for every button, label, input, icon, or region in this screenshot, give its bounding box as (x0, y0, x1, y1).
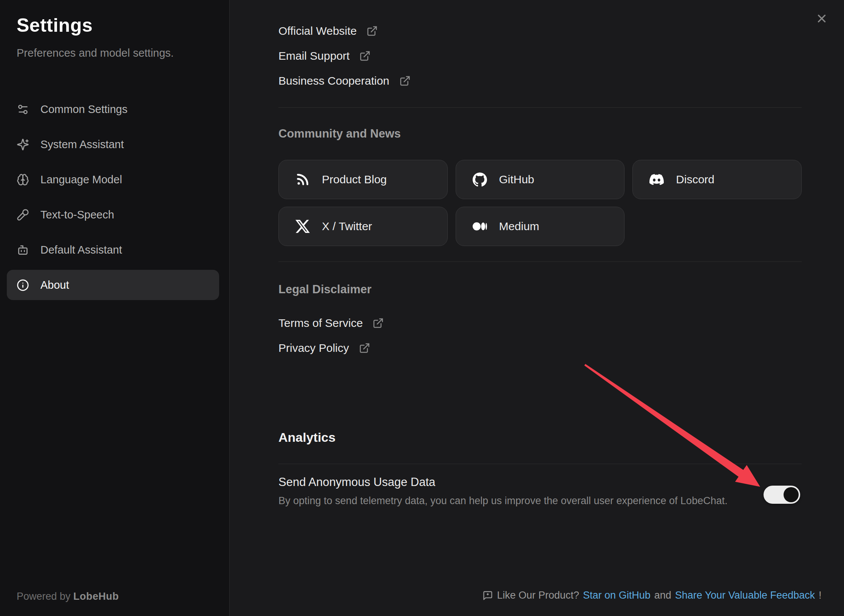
external-link-icon (399, 75, 411, 87)
powered-by-text: Powered by (17, 591, 71, 602)
link-label: Privacy Policy (278, 342, 349, 354)
github-icon (473, 172, 487, 187)
bot-icon (17, 244, 29, 256)
button-label: GitHub (499, 173, 534, 186)
sidebar-item-common-settings[interactable]: Common Settings (7, 94, 219, 124)
page-subtitle: Preferences and model settings. (17, 47, 174, 59)
footer-text: and (654, 590, 671, 601)
button-label: Medium (499, 220, 539, 233)
about-content: Contact Us Official Website Email Suppor… (278, 0, 802, 616)
sidebar-item-label: About (40, 279, 69, 291)
external-link-icon (366, 25, 378, 37)
rss-icon (295, 172, 310, 187)
product-blog-button[interactable]: Product Blog (278, 160, 448, 199)
button-label: Product Blog (322, 173, 387, 186)
button-label: Discord (676, 173, 714, 186)
sidebar-item-label: Default Assistant (40, 244, 122, 256)
email-support-link[interactable]: Email Support (278, 48, 371, 64)
about-panel: Contact Us Official Website Email Suppor… (230, 0, 844, 616)
sidebar-item-system-assistant[interactable]: System Assistant (7, 129, 219, 159)
privacy-policy-link[interactable]: Privacy Policy (278, 340, 370, 356)
section-divider (278, 464, 802, 464)
analytics-heading: Analytics (278, 430, 335, 445)
section-divider (278, 107, 802, 108)
community-buttons: Product Blog GitHub Discord X / Twitter … (278, 160, 802, 246)
send-usage-data-toggle[interactable] (764, 486, 800, 504)
footer-text: Like Our Product? (497, 590, 579, 601)
page-title: Settings (17, 14, 93, 36)
business-cooperation-link[interactable]: Business Cooperation (278, 73, 411, 89)
sidebar-item-label: System Assistant (40, 138, 124, 151)
external-link-icon (373, 317, 384, 329)
sidebar-item-about[interactable]: About (7, 270, 219, 300)
official-website-link[interactable]: Official Website (278, 23, 378, 39)
section-divider (278, 262, 802, 262)
medium-button[interactable]: Medium (456, 207, 625, 246)
feedback-footer: Like Our Product? Star on GitHub and Sha… (460, 590, 844, 601)
send-usage-data-label: Send Anonymous Usage Data (278, 475, 435, 489)
close-button[interactable] (814, 11, 830, 26)
sparkles-icon (17, 138, 29, 151)
external-link-icon (359, 342, 370, 354)
sidebar-item-language-model[interactable]: Language Model (7, 164, 219, 195)
share-feedback-link[interactable]: Share Your Valuable Feedback (675, 590, 815, 601)
brain-icon (17, 173, 29, 186)
settings-sidebar: Settings Preferences and model settings.… (0, 0, 230, 616)
button-label: X / Twitter (322, 220, 372, 233)
powered-by: Powered by LobeHub (17, 591, 119, 602)
sidebar-item-label: Common Settings (40, 103, 128, 116)
close-icon (815, 12, 828, 25)
info-icon (17, 279, 29, 291)
star-on-github-link[interactable]: Star on GitHub (583, 590, 651, 601)
sliders-icon (17, 103, 29, 116)
lobehub-logo[interactable]: LobeHub (73, 591, 119, 602)
x-icon (295, 219, 310, 234)
link-label: Official Website (278, 25, 357, 37)
toggle-knob (784, 487, 799, 502)
mic-icon (17, 209, 29, 221)
settings-nav: Common Settings System Assistant Languag… (7, 94, 219, 300)
x-twitter-button[interactable]: X / Twitter (278, 207, 448, 246)
sidebar-item-text-to-speech[interactable]: Text-to-Speech (7, 200, 219, 230)
medium-icon (473, 219, 487, 234)
message-bubble-icon (482, 590, 493, 601)
discord-button[interactable]: Discord (632, 160, 802, 199)
community-heading: Community and News (278, 127, 401, 141)
sidebar-item-label: Text-to-Speech (40, 209, 114, 221)
sidebar-item-default-assistant[interactable]: Default Assistant (7, 235, 219, 265)
sidebar-item-label: Language Model (40, 173, 122, 186)
github-button[interactable]: GitHub (456, 160, 625, 199)
terms-of-service-link[interactable]: Terms of Service (278, 315, 384, 331)
footer-text: ! (819, 590, 822, 601)
link-label: Business Cooperation (278, 74, 390, 87)
external-link-icon (359, 50, 371, 62)
legal-heading: Legal Disclaimer (278, 283, 371, 296)
discord-icon (649, 172, 664, 187)
link-label: Terms of Service (278, 317, 363, 330)
send-usage-data-description: By opting to send telemetry data, you ca… (278, 495, 728, 507)
link-label: Email Support (278, 50, 349, 62)
